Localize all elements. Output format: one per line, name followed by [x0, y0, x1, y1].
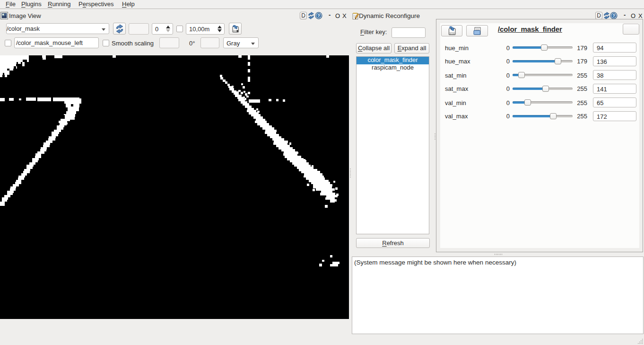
svg-text:?: ?	[612, 13, 615, 18]
svg-text:?: ?	[317, 13, 320, 18]
